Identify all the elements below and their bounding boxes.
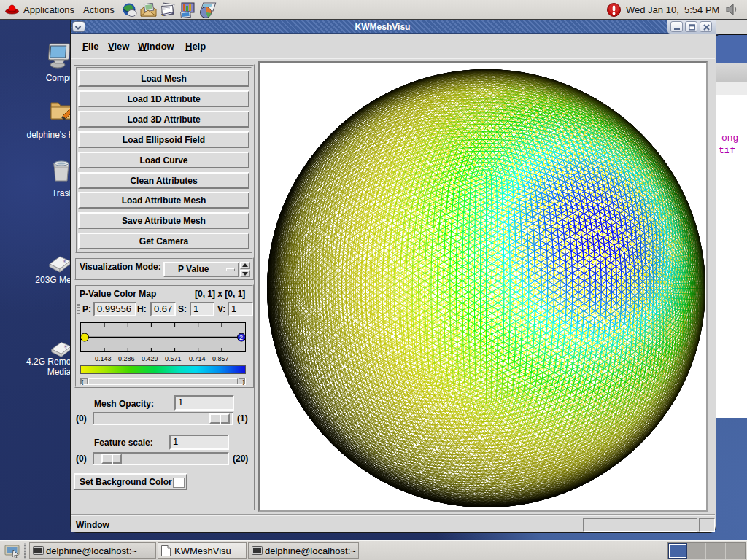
svg-text:2: 2 — [239, 334, 243, 341]
